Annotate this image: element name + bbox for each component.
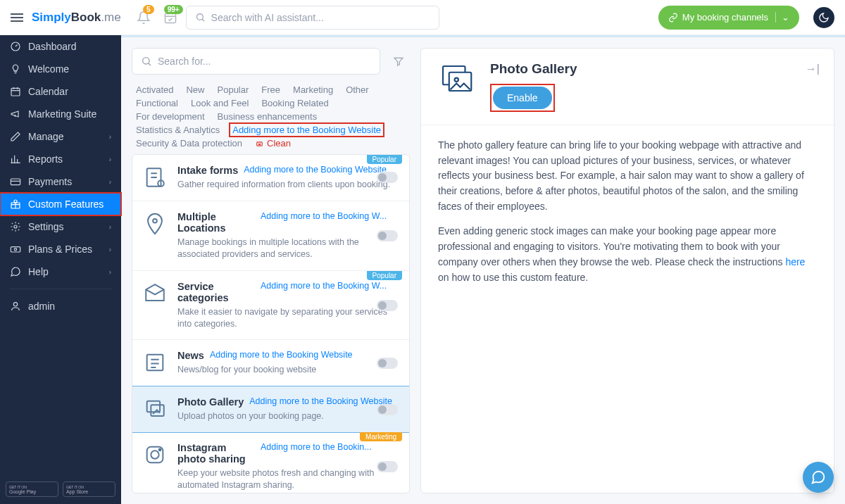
feature-search-input[interactable]: Search for... (132, 48, 380, 75)
here-link[interactable]: here (785, 256, 805, 267)
feature-toggle[interactable] (377, 300, 398, 311)
feature-icon (142, 396, 168, 422)
feature-service-categories[interactable]: PopularService categories Adding more to… (132, 271, 409, 341)
feature-category[interactable]: Adding more to the Booking Website (244, 165, 387, 175)
feature-badge: Popular (367, 155, 402, 164)
detail-p2: Even adding generic stock images can mak… (438, 224, 817, 285)
sidebar-item-plans-&-prices[interactable]: Plans & Prices› (0, 238, 121, 260)
calendar-icon (10, 86, 21, 97)
feature-desc: Upload photos on your booking page. (177, 410, 398, 422)
feature-desc: Gather required information from clients… (177, 179, 398, 191)
sidebar-item-welcome[interactable]: Welcome (0, 58, 121, 80)
sidebar-item-dashboard[interactable]: Dashboard (0, 35, 121, 58)
collapse-icon[interactable]: →| (806, 63, 820, 75)
svg-rect-7 (11, 247, 20, 252)
clean-filters[interactable]: Clean (255, 138, 291, 149)
filter-tag[interactable]: Business enhancements (218, 111, 318, 122)
google-play-badge[interactable]: GET IT ONGoogle Play (6, 481, 58, 497)
moon-icon (818, 12, 830, 23)
chat-icon (10, 266, 21, 277)
filter-tag[interactable]: New (186, 84, 204, 95)
feature-title: Service categories (177, 281, 255, 303)
filter-tag[interactable]: Booking Related (261, 98, 328, 108)
feature-category[interactable]: Adding more to the Booking W... (261, 211, 387, 221)
filter-tag[interactable]: Look and Feel (191, 98, 249, 108)
filter-tag[interactable]: Free (261, 84, 280, 95)
booking-channels-button[interactable]: My booking channels ⌄ (658, 6, 799, 30)
gear-icon (10, 221, 21, 232)
hamburger-menu[interactable] (11, 13, 23, 22)
sidebar-admin[interactable]: admin (0, 295, 121, 317)
svg-point-10 (143, 58, 149, 64)
chat-fab[interactable] (803, 462, 834, 493)
store-badges: GET IT ONGoogle Play GET IT ONApp Store (0, 474, 121, 504)
svg-point-20 (159, 449, 161, 451)
feature-icon (142, 165, 168, 190)
feature-toggle[interactable] (377, 172, 398, 183)
feature-icon (142, 211, 168, 237)
filter-tag[interactable]: Statistics & Analytics (136, 125, 220, 135)
feature-toggle[interactable] (377, 461, 398, 472)
feature-toggle[interactable] (377, 230, 398, 241)
feature-desc: Make it easier to navigate by separating… (177, 306, 398, 330)
theme-toggle[interactable] (813, 7, 834, 28)
feature-category[interactable]: Adding more to the Booking Website (210, 350, 353, 360)
feature-intake-forms[interactable]: PopularIntake forms Adding more to the B… (132, 155, 409, 201)
feature-toggle[interactable] (377, 358, 398, 369)
main-content: Search for... ActivatedNewPopularFreeMar… (121, 35, 845, 504)
filter-tag[interactable]: Activated (136, 84, 173, 95)
gift-icon (10, 199, 21, 210)
detail-panel: Photo Gallery Enable →| The photo galler… (420, 48, 834, 493)
feature-badge: Marketing (360, 432, 402, 441)
logo[interactable]: SimplyBook.me (32, 11, 121, 25)
search-icon (195, 12, 206, 23)
filter-tag[interactable]: Functional (136, 98, 178, 108)
filter-button[interactable] (387, 48, 410, 75)
search-ai-input[interactable]: Search with AI assistant... (186, 6, 439, 30)
chevron-down-icon: ⌄ (775, 12, 789, 23)
search-icon (141, 56, 152, 67)
chevron-right-icon: › (109, 133, 111, 141)
feature-category[interactable]: Adding more to the Booking W... (261, 281, 387, 291)
sidebar-item-reports[interactable]: Reports› (0, 148, 121, 170)
feature-instagram-photo-sharing[interactable]: MarketingInstagram photo sharing Adding … (132, 432, 409, 493)
chevron-right-icon: › (109, 178, 111, 186)
sidebar-item-settings[interactable]: Settings› (0, 215, 121, 238)
filter-tag[interactable]: Adding more to the Booking Website (229, 122, 384, 137)
feature-news[interactable]: News Adding more to the Booking WebsiteN… (132, 340, 409, 386)
sidebar-item-marketing-suite[interactable]: Marketing Suite (0, 103, 121, 125)
sidebar-divider (10, 289, 111, 289)
sidebar-item-payments[interactable]: Payments› (0, 170, 121, 193)
filter-tag[interactable]: Security & Data protection (136, 138, 242, 149)
app-store-badge[interactable]: GET IT ONApp Store (63, 481, 115, 497)
filter-tag[interactable]: Popular (218, 84, 249, 95)
filter-tag[interactable]: Other (346, 84, 369, 95)
svg-rect-0 (165, 13, 175, 23)
feature-category[interactable]: Adding more to the Booking Website (249, 396, 392, 406)
calendar-check[interactable]: 99+ (163, 11, 177, 25)
sidebar-item-calendar[interactable]: Calendar (0, 80, 121, 103)
feature-toggle[interactable] (377, 404, 398, 415)
feature-category[interactable]: Adding more to the Bookin... (261, 442, 372, 452)
svg-point-1 (196, 14, 203, 20)
feature-icon (142, 350, 168, 375)
chevron-right-icon: › (109, 223, 111, 231)
sidebar-item-manage[interactable]: Manage› (0, 125, 121, 148)
enable-button[interactable]: Enable (493, 87, 552, 109)
chevron-right-icon: › (109, 268, 111, 276)
feature-multiple-locations[interactable]: Multiple Locations Adding more to the Bo… (132, 201, 409, 271)
feature-list: PopularIntake forms Adding more to the B… (132, 154, 410, 493)
svg-rect-3 (11, 88, 20, 96)
feature-column: Search for... ActivatedNewPopularFreeMar… (132, 48, 410, 493)
feature-photo-gallery[interactable]: Photo Gallery Adding more to the Booking… (132, 386, 410, 433)
user-icon (10, 301, 21, 312)
gauge-icon (10, 41, 21, 52)
filter-tag[interactable]: Marketing (293, 84, 333, 95)
filter-tag[interactable]: For development (136, 111, 205, 122)
sidebar-item-help[interactable]: Help› (0, 260, 121, 283)
notifications-bell[interactable]: 5 (137, 11, 151, 25)
sidebar-item-custom-features[interactable]: Custom Features (0, 193, 121, 215)
svg-point-19 (151, 451, 158, 458)
chart-icon (10, 153, 21, 165)
pencil-icon (10, 131, 21, 142)
